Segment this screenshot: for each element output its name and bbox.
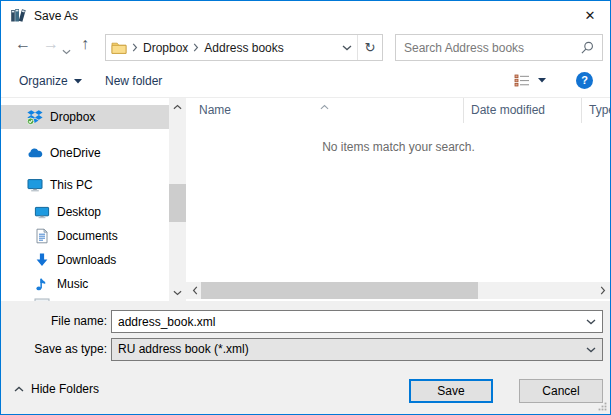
search-box [395, 34, 603, 61]
sidebar-item-label: OneDrive [50, 146, 101, 160]
save-as-type-label: Save as type: [1, 338, 107, 361]
sidebar-item-downloads[interactable]: Downloads [1, 248, 169, 272]
column-header-type[interactable]: Type [581, 98, 611, 123]
hide-folders-label: Hide Folders [31, 382, 99, 396]
organize-button[interactable]: Organize [19, 72, 82, 90]
document-icon [34, 228, 50, 244]
scroll-right-icon[interactable] [594, 282, 611, 299]
scrollbar-thumb[interactable] [169, 184, 186, 222]
empty-list-message: No items match your search. [186, 140, 611, 154]
download-icon [34, 252, 50, 268]
new-folder-button[interactable]: New folder [105, 72, 162, 90]
back-icon[interactable]: ← [15, 36, 31, 52]
new-folder-label: New folder [105, 74, 162, 88]
refresh-icon[interactable]: ↻ [358, 40, 382, 55]
sidebar-scrollbar[interactable] [169, 98, 186, 301]
sidebar-item-onedrive[interactable]: OneDrive [1, 141, 169, 165]
file-name-label: File name: [1, 310, 107, 333]
change-view-button[interactable] [514, 71, 546, 89]
address-dropdown-chevron-icon[interactable] [337, 45, 357, 51]
scroll-up-icon[interactable] [169, 98, 186, 115]
computer-icon [27, 177, 43, 193]
desktop-icon [34, 204, 50, 220]
address-bar[interactable]: Dropbox Address books ↻ [105, 34, 383, 61]
sidebar-item-label: Music [57, 277, 88, 291]
resize-grip[interactable] [598, 402, 607, 411]
close-icon[interactable]: ✕ [577, 6, 603, 26]
file-list-horizontal-scrollbar[interactable] [186, 282, 611, 299]
sidebar-item-documents[interactable]: Documents [1, 224, 169, 248]
chevron-down-icon[interactable] [586, 347, 596, 353]
sidebar-item-label: This PC [50, 178, 93, 192]
breadcrumb-item-dropbox[interactable]: Dropbox [143, 41, 188, 55]
chevron-down-icon [538, 78, 546, 83]
search-icon[interactable] [581, 41, 594, 54]
breadcrumb-item-address-books[interactable]: Address books [204, 41, 283, 55]
footer: Hide Folders Save Cancel [1, 367, 610, 414]
sidebar-item-music[interactable]: Music [1, 272, 169, 296]
recent-locations-chevron-icon[interactable] [62, 44, 71, 58]
chevron-up-icon [14, 386, 24, 392]
scrollbar-thumb[interactable] [201, 282, 478, 299]
title-bar: Save As ✕ [1, 1, 610, 30]
music-icon [34, 276, 50, 292]
dropbox-icon [27, 109, 43, 125]
save-button[interactable]: Save [409, 379, 493, 403]
details-view-icon [514, 74, 530, 87]
breadcrumb-chevron-icon [193, 43, 199, 52]
window-title: Save As [34, 9, 78, 23]
organize-label: Organize [19, 74, 68, 88]
sidebar-item-label: Documents [57, 229, 118, 243]
sidebar-item-label: Dropbox [50, 110, 95, 124]
hide-folders-button[interactable]: Hide Folders [14, 380, 99, 398]
folder-icon [111, 40, 127, 56]
save-as-type-select[interactable]: RU address book (*.xml) [111, 338, 603, 361]
sidebar-item-dropbox[interactable]: Dropbox [1, 105, 169, 129]
breadcrumb-chevron-icon [132, 43, 138, 52]
file-name-panel: File name: Save as type: RU address book… [1, 301, 610, 367]
sidebar-item-label: Desktop [57, 205, 101, 219]
save-as-type-value: RU address book (*.xml) [118, 342, 249, 356]
sidebar-item-label: Downloads [57, 253, 116, 267]
chevron-down-icon[interactable] [586, 319, 596, 325]
cancel-button[interactable]: Cancel [519, 379, 603, 403]
chevron-down-icon [74, 79, 82, 84]
file-name-combo [111, 310, 603, 333]
address-book-app-icon [10, 6, 28, 24]
up-icon[interactable]: ↑ [81, 36, 89, 52]
file-name-input[interactable] [112, 311, 582, 332]
sidebar-item-this-pc[interactable]: This PC [1, 173, 169, 197]
scroll-down-icon[interactable] [169, 284, 186, 301]
help-button[interactable]: ? [576, 72, 593, 89]
sidebar-item-desktop[interactable]: Desktop [1, 200, 169, 224]
forward-icon: → [43, 36, 59, 52]
sort-ascending-icon [320, 99, 329, 113]
save-as-dialog: Save As ✕ ← → ↑ Dropbox Address books ↻ [0, 0, 611, 415]
search-input[interactable] [404, 41, 581, 55]
onedrive-icon [27, 145, 43, 161]
column-header-date-modified[interactable]: Date modified [463, 98, 581, 123]
